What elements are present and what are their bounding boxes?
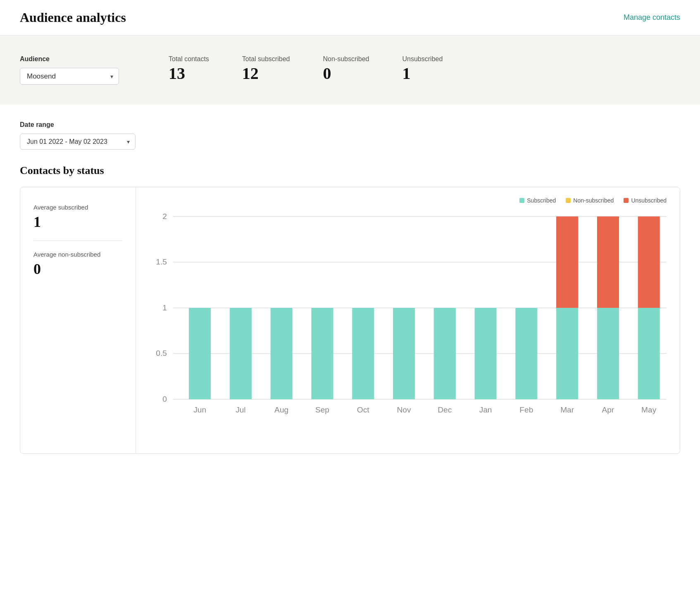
- total-contacts-label: Total contacts: [169, 55, 209, 63]
- bar-sep-subscribed: [311, 308, 333, 399]
- contacts-by-status-title: Contacts by status: [20, 164, 680, 177]
- date-range-select[interactable]: Jun 01 2022 - May 02 2023: [20, 133, 136, 150]
- svg-text:Apr: Apr: [602, 405, 614, 414]
- panel-divider: [33, 241, 122, 241]
- svg-text:Feb: Feb: [519, 405, 533, 414]
- bar-may-unsubscribed: [638, 217, 660, 308]
- contacts-by-status-card: Average subscribed 1 Average non-subscri…: [20, 187, 680, 454]
- main-content: Date range Jun 01 2022 - May 02 2023 ▾ C…: [0, 105, 700, 470]
- svg-text:Nov: Nov: [397, 405, 411, 414]
- bar-feb-subscribed: [515, 308, 537, 399]
- bar-may-subscribed: [638, 308, 660, 399]
- legend-non-subscribed-label: Non-subscribed: [573, 197, 614, 204]
- page-header: Audience analytics Manage contacts: [0, 0, 700, 36]
- non-subscribed-value: 0: [323, 64, 369, 83]
- svg-text:Jan: Jan: [479, 405, 492, 414]
- non-subscribed-label: Non-subscribed: [323, 55, 369, 63]
- svg-text:2: 2: [162, 212, 167, 221]
- total-subscribed-value: 12: [242, 64, 290, 83]
- bar-nov-subscribed: [393, 308, 415, 399]
- svg-text:Jul: Jul: [236, 405, 246, 414]
- bar-jul-subscribed: [230, 308, 252, 399]
- bar-dec-subscribed: [434, 308, 456, 399]
- non-subscribed-metric: Non-subscribed 0: [323, 55, 369, 83]
- total-contacts-value: 13: [169, 64, 209, 83]
- bar-aug-subscribed: [271, 308, 293, 399]
- left-panel: Average subscribed 1 Average non-subscri…: [20, 187, 136, 453]
- bar-jan-subscribed: [475, 308, 497, 399]
- unsubscribed-label: Unsubscribed: [402, 55, 443, 63]
- legend-unsubscribed: Unsubscribed: [624, 197, 667, 204]
- total-subscribed-label: Total subscribed: [242, 55, 290, 63]
- subscribed-dot: [519, 198, 524, 203]
- avg-subscribed-label: Average subscribed: [33, 204, 122, 211]
- unsubscribed-metric: Unsubscribed 1: [402, 55, 443, 83]
- bar-mar-unsubscribed: [556, 217, 578, 308]
- svg-text:0.5: 0.5: [156, 349, 167, 357]
- audience-select-wrapper: Moosend ▾: [20, 68, 119, 85]
- bar-jun-subscribed: [189, 308, 211, 399]
- stats-metrics: Total contacts 13 Total subscribed 12 No…: [136, 55, 443, 83]
- stats-section: Audience Moosend ▾ Total contacts 13 Tot…: [0, 36, 700, 105]
- legend-unsubscribed-label: Unsubscribed: [631, 197, 667, 204]
- bar-mar-subscribed: [556, 308, 578, 399]
- svg-text:Oct: Oct: [357, 405, 369, 414]
- legend-subscribed: Subscribed: [519, 197, 556, 204]
- svg-text:Sep: Sep: [315, 405, 329, 414]
- manage-contacts-link[interactable]: Manage contacts: [624, 13, 680, 22]
- total-contacts-metric: Total contacts 13: [169, 55, 209, 83]
- date-range-label: Date range: [20, 121, 680, 129]
- page-title: Audience analytics: [20, 10, 126, 25]
- bar-chart: 0 0.5 1 1.5 2: [143, 210, 667, 443]
- bar-apr-subscribed: [597, 308, 619, 399]
- avg-subscribed-value: 1: [33, 213, 122, 231]
- unsubscribed-value: 1: [402, 64, 443, 83]
- svg-text:0: 0: [162, 395, 167, 403]
- unsubscribed-dot: [624, 198, 629, 203]
- legend-non-subscribed: Non-subscribed: [566, 197, 614, 204]
- svg-text:Aug: Aug: [274, 405, 288, 414]
- svg-text:Jun: Jun: [193, 405, 206, 414]
- bar-oct-subscribed: [352, 308, 374, 399]
- chart-svg: 0 0.5 1 1.5 2: [143, 210, 667, 442]
- avg-non-subscribed-value: 0: [33, 260, 122, 278]
- svg-text:May: May: [641, 405, 657, 414]
- chart-panel: Subscribed Non-subscribed Unsubscribed: [136, 187, 680, 453]
- svg-text:Dec: Dec: [438, 405, 452, 414]
- date-range-select-wrapper: Jun 01 2022 - May 02 2023 ▾: [20, 133, 136, 150]
- audience-select[interactable]: Moosend: [20, 68, 119, 85]
- chart-legend: Subscribed Non-subscribed Unsubscribed: [143, 197, 667, 204]
- audience-label: Audience: [20, 55, 136, 63]
- total-subscribed-metric: Total subscribed 12: [242, 55, 290, 83]
- svg-text:1.5: 1.5: [156, 257, 167, 266]
- bar-apr-unsubscribed: [597, 217, 619, 308]
- avg-non-subscribed-label: Average non-subscribed: [33, 251, 122, 258]
- svg-text:1: 1: [162, 303, 167, 312]
- legend-subscribed-label: Subscribed: [527, 197, 556, 204]
- non-subscribed-dot: [566, 198, 571, 203]
- svg-text:Mar: Mar: [560, 405, 574, 414]
